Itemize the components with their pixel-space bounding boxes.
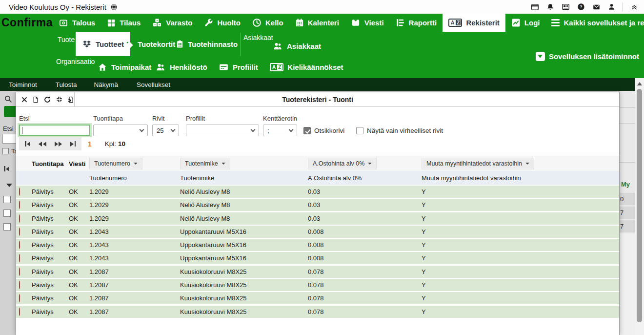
errors-only-checkbox-group: Näytä vain virheelliset rivit bbox=[356, 127, 443, 134]
background-row-checkbox[interactable] bbox=[3, 223, 11, 230]
row-purchase-price: 0.078 bbox=[308, 308, 422, 315]
collapse-up-icon[interactable] bbox=[630, 3, 638, 11]
user-icon[interactable] bbox=[608, 3, 615, 11]
table-row[interactable]: Päivitys OK 1.2043 Uppokantaruuvi M5X16 … bbox=[16, 239, 619, 251]
menu-nakyma[interactable]: Näkymä bbox=[94, 81, 119, 88]
column-picker-muuta-myyntihintatiedot[interactable]: Muuta myyntihintatiedot varastoihin bbox=[422, 158, 534, 169]
tab-talous[interactable]: Talous bbox=[53, 14, 101, 32]
brand-logo[interactable]: Confirma bbox=[0, 14, 53, 32]
row-status: OK bbox=[69, 268, 89, 275]
errors-only-checkbox[interactable] bbox=[356, 127, 363, 134]
table-row[interactable]: Päivitys OK 1.2087 Kuusiokoloruuvi M8X25… bbox=[16, 292, 619, 304]
tab-logi[interactable]: Logi bbox=[505, 14, 546, 32]
table-row[interactable]: Päivitys OK 1.2087 Kuusiokoloruuvi M8X25… bbox=[16, 306, 619, 318]
error-icon bbox=[19, 254, 20, 262]
people-icon bbox=[272, 42, 283, 51]
tab-tuotteet[interactable]: Tuotteet bbox=[76, 32, 130, 56]
group-header-tuontitapa: Tuontitapa bbox=[32, 160, 69, 168]
search-input[interactable] bbox=[19, 125, 90, 136]
menu-sovellukset[interactable]: Sovellukset bbox=[137, 81, 170, 88]
table-row[interactable]: Päivitys OK 1.2043 Uppokantaruuvi M5X16 … bbox=[16, 226, 619, 238]
table-row[interactable]: Päivitys OK 1.2087 Kuusiokoloruuvi M8X25… bbox=[16, 266, 619, 278]
menu-toiminnot[interactable]: Toiminnot bbox=[9, 81, 37, 88]
arrow-down-box-icon bbox=[536, 52, 545, 61]
menu-icon bbox=[551, 19, 560, 26]
background-cell: 7 bbox=[620, 207, 635, 219]
window-icon[interactable] bbox=[531, 3, 539, 11]
field-separator-select[interactable]: ; bbox=[263, 125, 297, 136]
tab-tuotekortit[interactable]: Tuotekortit bbox=[124, 32, 175, 56]
tab-all-applications[interactable]: Kaikki sovellukset ja rekisterit bbox=[545, 14, 644, 32]
table-row[interactable]: Päivitys OK 1.2087 Kuusiokoloruuvi M8X25… bbox=[16, 279, 619, 291]
tab-toimipaikat[interactable]: Toimipaikat bbox=[98, 56, 151, 78]
row-status: OK bbox=[69, 241, 89, 249]
scroll-up-arrow[interactable] bbox=[637, 82, 642, 85]
tab-huolto[interactable]: Huolto bbox=[198, 14, 246, 32]
column-picker-ostohinta[interactable]: A.Ostohinta alv 0% bbox=[308, 158, 377, 169]
wrench-icon bbox=[204, 18, 213, 27]
tab-rekisterit[interactable]: AZ Rekisterit bbox=[443, 14, 505, 32]
tab-raportti[interactable]: Raportti bbox=[390, 14, 443, 32]
row-product-number: 1.2029 bbox=[89, 201, 180, 209]
row-update-flag: Y bbox=[422, 188, 619, 195]
vertical-scrollbar[interactable] bbox=[635, 78, 644, 335]
background-dropdown-caret[interactable] bbox=[6, 184, 12, 187]
table-row[interactable]: Päivitys OK 1.2029 Neliö Aluslevy M8 0.0… bbox=[16, 212, 619, 225]
last-page-button[interactable] bbox=[70, 141, 76, 147]
tab-viesti[interactable]: Viesti bbox=[345, 14, 390, 32]
table-row[interactable]: Päivitys OK 1.2029 Neliö Aluslevy M8 0.0… bbox=[16, 186, 619, 198]
background-row-checkbox[interactable] bbox=[3, 196, 11, 203]
background-green-button[interactable] bbox=[4, 106, 16, 117]
tab-tilaus[interactable]: Tilaus bbox=[101, 14, 146, 32]
mail-icon[interactable] bbox=[592, 3, 601, 11]
header-row-checkbox[interactable] bbox=[303, 127, 311, 134]
scrollbar-thumb[interactable] bbox=[637, 89, 642, 322]
column-header-tuotenumero: Tuotenumero bbox=[89, 174, 180, 182]
table-row[interactable]: Päivitys OK 1.2029 Neliö Aluslevy M8 0.0… bbox=[16, 199, 619, 211]
house-icon bbox=[98, 63, 107, 72]
next-page-button[interactable] bbox=[55, 142, 62, 147]
application-extra-actions-button[interactable]: Sovelluksen lisätoiminnot bbox=[536, 51, 639, 62]
row-import-type: Päivitys bbox=[32, 268, 69, 275]
checkbox-label: Näytä vain virheelliset rivit bbox=[367, 127, 443, 134]
background-search-input[interactable] bbox=[2, 134, 16, 144]
first-page-button[interactable] bbox=[25, 141, 30, 147]
chevron-down-icon bbox=[221, 163, 225, 165]
background-first-page-button[interactable] bbox=[4, 166, 9, 171]
rows-select[interactable]: 25 bbox=[152, 125, 179, 136]
news-icon[interactable] bbox=[562, 3, 570, 11]
tab-label: Tuotekortit bbox=[138, 40, 175, 48]
tab-label: Tuotehinnasto bbox=[188, 40, 238, 48]
help-icon[interactable]: ? bbox=[577, 3, 585, 11]
row-import-type: Päivitys bbox=[32, 228, 69, 235]
row-update-flag: Y bbox=[422, 308, 619, 315]
table-row[interactable]: Päivitys OK 1.2043 Uppokantaruuvi M5X16 … bbox=[16, 252, 619, 264]
import-table: Tuontitapa Viesti Tuotenumero Tuotenimik… bbox=[16, 156, 619, 335]
column-picker-tuotenumero[interactable]: Tuotenumero bbox=[89, 158, 142, 169]
tab-kalenteri[interactable]: Kalenteri bbox=[289, 14, 345, 32]
checkbox[interactable] bbox=[2, 148, 9, 154]
row-product-name: Uppokantaruuvi M5X16 bbox=[180, 228, 308, 235]
current-page-number[interactable]: 1 bbox=[88, 140, 92, 148]
search-icon[interactable] bbox=[4, 95, 12, 103]
background-column-header[interactable]: My bbox=[621, 181, 630, 188]
table-column-pickers-row: Tuontitapa Viesti Tuotenumero Tuotenimik… bbox=[16, 156, 619, 171]
tab-profiilit[interactable]: Profiilit bbox=[219, 56, 258, 78]
row-import-type: Päivitys bbox=[32, 294, 69, 302]
previous-page-button[interactable] bbox=[39, 142, 46, 147]
row-update-flag: Y bbox=[422, 228, 619, 235]
tab-asiakkaat[interactable]: Asiakkaat bbox=[272, 42, 321, 51]
error-icon bbox=[19, 201, 20, 209]
tab-kello[interactable]: Kello bbox=[246, 14, 289, 32]
product-group-label: Tuote bbox=[58, 36, 75, 43]
profiles-select[interactable] bbox=[186, 125, 259, 136]
column-picker-tuotenimike[interactable]: Tuotenimike bbox=[180, 158, 230, 169]
menu-tulosta[interactable]: Tulosta bbox=[56, 81, 77, 88]
bell-icon[interactable] bbox=[546, 3, 554, 11]
import-type-select[interactable] bbox=[93, 125, 148, 136]
background-row-checkbox[interactable] bbox=[3, 209, 11, 217]
tab-varasto[interactable]: Varasto bbox=[146, 14, 198, 32]
tab-kielikaannokset[interactable]: AZ Kielikäännökset bbox=[270, 56, 343, 78]
tab-tuotehinnasto[interactable]: Tuotehinnasto bbox=[176, 32, 238, 56]
tab-henkilosto[interactable]: Henkilöstö bbox=[155, 56, 207, 78]
